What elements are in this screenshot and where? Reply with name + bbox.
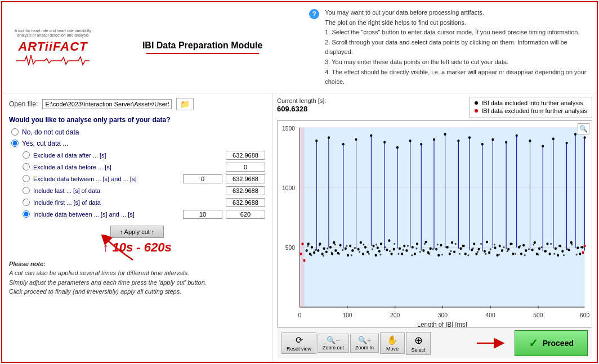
radio-yes-cut[interactable]: Yes, cut data ... bbox=[9, 140, 265, 147]
opt-input-6b[interactable] bbox=[226, 210, 265, 219]
proceed-button[interactable]: ✓ Proceed bbox=[515, 330, 588, 356]
svg-point-88 bbox=[430, 247, 432, 250]
svg-point-179 bbox=[379, 253, 381, 255]
opt-radio-3[interactable] bbox=[23, 175, 30, 182]
svg-point-177 bbox=[372, 248, 373, 250]
zoom-out-button[interactable]: 🔍− Zoom out bbox=[318, 334, 349, 353]
opt-radio-5[interactable] bbox=[23, 199, 30, 206]
title-underline bbox=[146, 53, 259, 54]
opt-label-2: Exclude all data before ... [s] bbox=[33, 164, 222, 170]
opt-row-1: Exclude all data after ... [s] bbox=[23, 151, 265, 160]
svg-point-173 bbox=[354, 247, 356, 249]
reset-view-label: Reset view bbox=[287, 346, 311, 352]
svg-point-153 bbox=[570, 241, 573, 244]
svg-point-175 bbox=[363, 244, 364, 246]
svg-point-99 bbox=[453, 250, 455, 253]
opt-input-3b[interactable] bbox=[226, 174, 265, 183]
svg-point-193 bbox=[441, 253, 443, 255]
svg-text:600: 600 bbox=[580, 311, 589, 318]
svg-point-80 bbox=[412, 246, 414, 249]
opt-radio-1[interactable] bbox=[23, 151, 30, 159]
svg-point-180 bbox=[385, 246, 386, 248]
current-length-value: 609.6328 bbox=[277, 105, 307, 113]
opt-row-2: Exclude all data before ... [s] bbox=[23, 163, 265, 172]
svg-point-187 bbox=[415, 248, 417, 250]
svg-point-199 bbox=[467, 254, 469, 257]
svg-point-178 bbox=[376, 244, 377, 246]
svg-point-212 bbox=[524, 254, 526, 257]
svg-point-27 bbox=[307, 242, 310, 245]
chart-area: 🔍 1500 1000 500 bbox=[277, 120, 592, 327]
svg-text:200: 200 bbox=[390, 311, 400, 318]
reset-view-button[interactable]: ⟳ Reset view bbox=[281, 332, 316, 354]
move-button[interactable]: ✋ Move bbox=[380, 332, 405, 354]
svg-point-55 bbox=[360, 241, 362, 244]
opt-radio-4[interactable] bbox=[23, 187, 30, 194]
svg-point-149 bbox=[561, 250, 564, 253]
svg-point-115 bbox=[488, 251, 490, 254]
zoom-in-label: Zoom In bbox=[355, 345, 374, 350]
svg-point-216 bbox=[541, 246, 543, 248]
opt-input-1[interactable] bbox=[226, 151, 265, 160]
info-line-0: You may want to cut your data before pro… bbox=[325, 9, 484, 16]
opt-radio-2[interactable] bbox=[23, 163, 30, 170]
svg-point-114 bbox=[486, 240, 488, 243]
folder-button[interactable]: 📁 bbox=[176, 98, 194, 110]
svg-text:400: 400 bbox=[486, 311, 495, 318]
svg-point-36 bbox=[323, 247, 325, 250]
svg-point-206 bbox=[498, 253, 500, 255]
arrow-annotation-svg bbox=[99, 235, 144, 263]
legend-item-black: IBI data included into further analysis bbox=[475, 100, 587, 106]
svg-point-58 bbox=[366, 250, 369, 253]
svg-point-184 bbox=[403, 249, 404, 251]
svg-point-186 bbox=[411, 254, 413, 257]
svg-point-54 bbox=[357, 248, 360, 250]
radio-no-cut[interactable]: No, do not cut data bbox=[9, 128, 265, 136]
radio-yes-cut-input[interactable] bbox=[11, 140, 19, 147]
opt-radio-6[interactable] bbox=[23, 210, 30, 218]
analysis-question: Would you like to analyse only parts of … bbox=[9, 116, 265, 124]
svg-point-202 bbox=[480, 243, 482, 245]
svg-point-42 bbox=[333, 241, 335, 244]
svg-point-167 bbox=[331, 251, 333, 254]
opt-row-6: Include data between ... [s] and ... [s] bbox=[23, 210, 265, 219]
svg-point-69 bbox=[388, 239, 390, 242]
svg-point-68 bbox=[386, 249, 388, 251]
left-panel: Open file: 📁 Would you like to analyse o… bbox=[2, 93, 272, 362]
zoom-button[interactable]: 🔍 bbox=[578, 123, 589, 134]
svg-point-163 bbox=[315, 249, 316, 251]
svg-point-222 bbox=[566, 248, 568, 250]
svg-point-45 bbox=[339, 244, 342, 246]
opt-input-3a[interactable] bbox=[183, 174, 222, 183]
opt-input-2[interactable] bbox=[226, 163, 265, 172]
svg-point-203 bbox=[485, 253, 486, 255]
svg-point-219 bbox=[553, 253, 555, 255]
opt-input-5[interactable] bbox=[226, 198, 265, 207]
proceed-check-icon: ✓ bbox=[529, 336, 538, 350]
svg-point-110 bbox=[477, 248, 480, 250]
svg-point-76 bbox=[403, 245, 405, 248]
svg-point-143 bbox=[549, 253, 551, 255]
info-area: ? You may want to cut your data before p… bbox=[307, 6, 591, 89]
top-bar: A tool for heart rate and heart rate var… bbox=[2, 2, 597, 93]
select-button[interactable]: ⊕ Select bbox=[406, 332, 431, 355]
opt-input-4[interactable] bbox=[226, 186, 265, 195]
svg-point-165 bbox=[323, 255, 324, 257]
svg-point-97 bbox=[449, 253, 451, 255]
svg-point-136 bbox=[534, 241, 536, 244]
legend-item-red: IBI data excluded from further analysis bbox=[475, 107, 587, 114]
svg-point-211 bbox=[519, 245, 521, 247]
radio-no-cut-input[interactable] bbox=[11, 128, 19, 136]
svg-point-217 bbox=[546, 250, 547, 253]
file-input[interactable] bbox=[42, 99, 172, 109]
svg-point-124 bbox=[507, 248, 509, 250]
svg-point-48 bbox=[345, 247, 347, 250]
info-line-3: 2. Scroll through your data and select d… bbox=[325, 39, 567, 56]
svg-point-192 bbox=[437, 244, 439, 246]
opt-input-6a[interactable] bbox=[183, 210, 222, 219]
zoom-in-button[interactable]: 🔍+ Zoom In bbox=[350, 334, 379, 353]
chart-background bbox=[300, 128, 584, 307]
svg-point-176 bbox=[368, 253, 370, 255]
svg-point-152 bbox=[568, 249, 570, 251]
svg-point-147 bbox=[557, 254, 559, 257]
